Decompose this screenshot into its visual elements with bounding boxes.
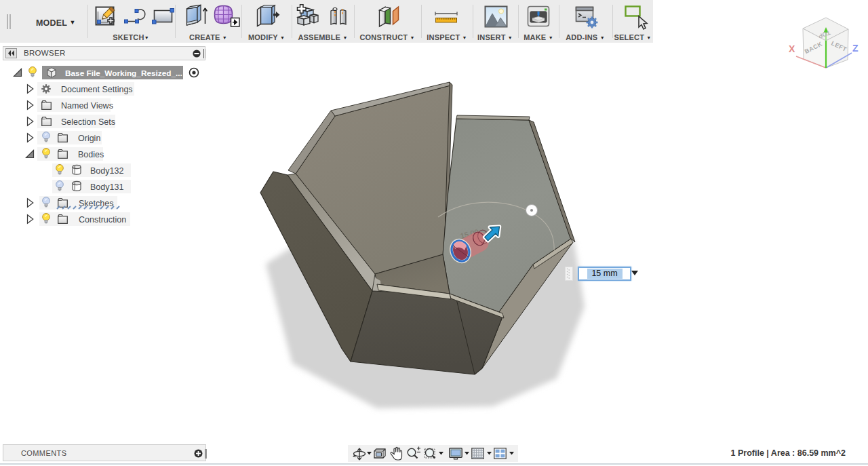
- svg-text:Origin: Origin: [78, 134, 100, 143]
- svg-text:Body131: Body131: [90, 182, 123, 192]
- svg-text:Base File_Working_Resized_...: Base File_Working_Resized_...: [65, 69, 182, 78]
- svg-text:Bodies: Bodies: [78, 150, 104, 159]
- svg-text:Selection Sets: Selection Sets: [61, 117, 115, 127]
- svg-text:Z: Z: [852, 43, 859, 54]
- svg-text:X: X: [789, 43, 795, 54]
- svg-text:Body132: Body132: [90, 166, 123, 176]
- svg-text:Named Views: Named Views: [61, 101, 113, 111]
- svg-text:Construction: Construction: [79, 215, 126, 225]
- svg-text:Document Settings: Document Settings: [61, 85, 133, 94]
